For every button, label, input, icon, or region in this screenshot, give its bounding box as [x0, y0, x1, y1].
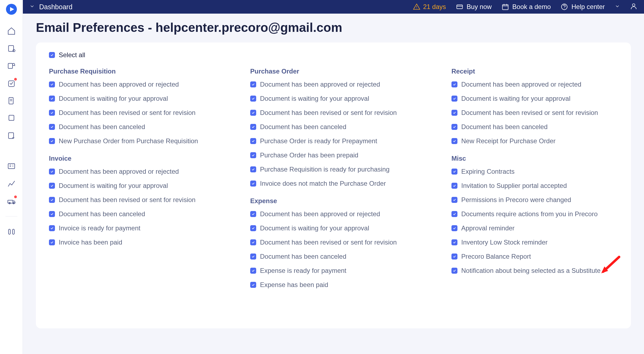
- checkbox[interactable]: [451, 239, 457, 245]
- pref-label: Document has been approved or rejected: [260, 210, 380, 218]
- app-logo[interactable]: [5, 3, 17, 15]
- checkbox[interactable]: [451, 81, 457, 87]
- reports-icon[interactable]: [7, 179, 16, 188]
- checkbox[interactable]: [49, 211, 55, 217]
- invoices-icon[interactable]: [7, 113, 16, 123]
- pref-item: Document has been revised or sent for re…: [250, 109, 451, 117]
- suppliers-icon[interactable]: [7, 196, 16, 206]
- chevron-down-icon[interactable]: [615, 4, 620, 10]
- checkbox[interactable]: [49, 197, 55, 203]
- requisitions-icon[interactable]: [7, 44, 16, 53]
- checkbox[interactable]: [250, 268, 256, 274]
- search-docs-icon[interactable]: [7, 61, 16, 71]
- select-all-row: Select all: [49, 51, 618, 59]
- columns: Purchase Requisition Document has been a…: [49, 68, 618, 289]
- home-icon[interactable]: [7, 26, 16, 36]
- pref-item: Document has been canceled: [250, 123, 451, 131]
- checkbox[interactable]: [451, 110, 457, 116]
- svg-point-2: [13, 50, 15, 52]
- pref-label: Invoice does not match the Purchase Orde…: [260, 180, 386, 187]
- settings-icon[interactable]: [7, 227, 16, 237]
- chevron-down-icon[interactable]: [29, 4, 35, 10]
- pref-item: Document is waiting for your approval: [49, 182, 250, 190]
- checkbox[interactable]: [49, 110, 55, 116]
- checkbox[interactable]: [49, 183, 55, 189]
- section-title: Purchase Requisition: [49, 68, 250, 75]
- pref-item: Document is waiting for your approval: [49, 95, 250, 102]
- expenses-icon[interactable]: [7, 131, 16, 141]
- checkbox[interactable]: [250, 181, 256, 187]
- checkbox[interactable]: [451, 138, 457, 144]
- svg-rect-14: [13, 229, 14, 234]
- receipts-icon[interactable]: [7, 96, 16, 106]
- checkbox[interactable]: [451, 225, 457, 231]
- column-3: Receipt Document has been approved or re…: [451, 68, 618, 289]
- section-title: Receipt: [451, 68, 618, 75]
- buy-now-button[interactable]: Buy now: [456, 3, 492, 11]
- book-demo-button[interactable]: Book a demo: [501, 3, 551, 11]
- trial-days[interactable]: 21 days: [413, 3, 446, 11]
- pref-item: Document has been revised or sent for re…: [451, 109, 618, 117]
- checkbox[interactable]: [451, 96, 457, 102]
- column-1: Purchase Requisition Document has been a…: [49, 68, 250, 289]
- checkbox[interactable]: [250, 138, 256, 144]
- checkbox[interactable]: [451, 254, 457, 260]
- checkbox[interactable]: [49, 81, 55, 87]
- user-avatar-icon[interactable]: [630, 2, 637, 11]
- checkbox[interactable]: [451, 268, 457, 274]
- pref-label: Expense has been paid: [260, 281, 328, 289]
- buy-now-label: Buy now: [467, 3, 492, 11]
- pref-item: Permissions in Precoro were changed: [451, 196, 618, 204]
- checkbox[interactable]: [250, 81, 256, 87]
- pref-label: New Purchase Order from Purchase Requisi…: [59, 137, 198, 145]
- section-expense: Expense Document has been approved or re…: [250, 197, 451, 289]
- section-title: Invoice: [49, 155, 250, 162]
- checkbox[interactable]: [250, 254, 256, 260]
- pref-item: Invoice is ready for payment: [49, 224, 250, 232]
- breadcrumb[interactable]: Dashboard: [39, 3, 72, 11]
- section-title: Expense: [250, 197, 451, 205]
- checkbox[interactable]: [451, 211, 457, 217]
- pref-item: Document has been approved or rejected: [451, 81, 618, 88]
- checkbox[interactable]: [250, 282, 256, 288]
- checkbox[interactable]: [49, 96, 55, 102]
- checkbox[interactable]: [250, 124, 256, 130]
- checkbox[interactable]: [250, 166, 256, 172]
- page-title: Email Preferences - helpcenter.precoro@g…: [36, 20, 631, 35]
- select-all-checkbox[interactable]: [49, 52, 55, 58]
- pref-label: New Receipt for Purchase Order: [461, 137, 556, 145]
- section-purchase-order: Purchase Order Document has been approve…: [250, 68, 451, 187]
- pref-label: Document has been canceled: [260, 253, 346, 260]
- pref-label: Inventory Low Stock reminder: [461, 239, 547, 246]
- checkbox[interactable]: [250, 239, 256, 245]
- checkbox[interactable]: [49, 169, 55, 175]
- checkbox[interactable]: [49, 138, 55, 144]
- checkbox[interactable]: [250, 110, 256, 116]
- pref-label: Document has been approved or rejected: [59, 81, 179, 88]
- pref-label: Document is waiting for your approval: [260, 95, 369, 102]
- svg-rect-13: [8, 229, 10, 234]
- pref-item: Document has been approved or rejected: [49, 168, 250, 175]
- budgets-icon[interactable]: [7, 161, 16, 171]
- pref-label: Document has been revised or sent for re…: [260, 109, 397, 117]
- checkbox[interactable]: [49, 239, 55, 245]
- pref-label: Approval reminder: [461, 224, 515, 232]
- checkbox[interactable]: [250, 211, 256, 217]
- checkbox[interactable]: [451, 169, 457, 175]
- checkbox[interactable]: [451, 197, 457, 203]
- trial-days-label: 21 days: [423, 3, 446, 11]
- pref-item: Notification about being selected as a S…: [451, 267, 618, 274]
- checkbox[interactable]: [250, 152, 256, 158]
- notification-dot: [14, 196, 17, 198]
- pref-item: Invoice does not match the Purchase Orde…: [250, 180, 451, 187]
- checkbox[interactable]: [49, 225, 55, 231]
- approvals-icon[interactable]: [7, 78, 16, 88]
- section-misc: Misc Expiring ContractsInvitation to Sup…: [451, 155, 618, 274]
- checkbox[interactable]: [250, 96, 256, 102]
- checkbox[interactable]: [451, 183, 457, 189]
- checkbox[interactable]: [49, 124, 55, 130]
- checkbox[interactable]: [451, 124, 457, 130]
- checkbox[interactable]: [250, 225, 256, 231]
- help-center-button[interactable]: Help center: [561, 3, 605, 11]
- svg-point-18: [632, 4, 635, 6]
